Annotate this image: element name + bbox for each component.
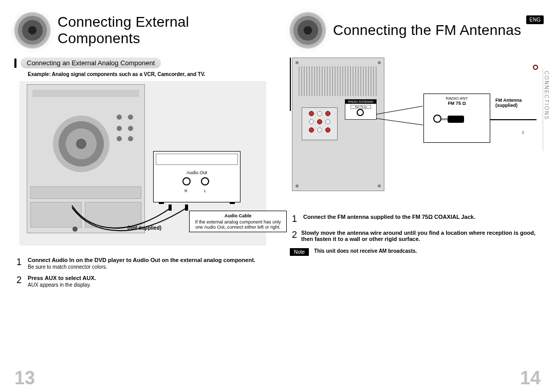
- step-1: 1 Connect Audio In on the DVD player to …: [16, 257, 263, 270]
- audio-cable-drawing: [71, 204, 205, 240]
- back-panel-drawing: RADIO ANTENNA FM (75 Ω): [292, 58, 384, 191]
- left-steps: 1 Connect Audio In on the DVD player to …: [16, 257, 263, 288]
- radio-antenna-header: RADIO ANTENNA: [345, 100, 376, 104]
- section-tab: CONNECTIONS: [543, 69, 550, 151]
- radio-antenna-sub: FM (75 Ω): [350, 105, 371, 109]
- step-number: 1: [16, 257, 24, 270]
- page-number-left: 13: [14, 367, 35, 389]
- callout-header: RADIO ANT: [424, 96, 490, 101]
- section-header: Connecting an External Analog Component: [21, 58, 161, 68]
- speaker-icon: [14, 12, 50, 48]
- right-steps: 1 Connect the FM antenna supplied to the…: [292, 214, 543, 242]
- step-text: Connect Audio In on the DVD player to Au…: [28, 257, 255, 263]
- page-title-left: Connecting External Components: [58, 14, 263, 47]
- external-device-drawing: Audio Out R L: [153, 151, 240, 202]
- step-text: Press AUX to select AUX.: [28, 275, 96, 281]
- audio-cable-note-header: Audio Cable: [193, 213, 283, 218]
- illustration-external-component: Audio Out R L (not supplied) Audio Cable…: [20, 81, 266, 246]
- step-number: 1: [292, 214, 299, 225]
- section-marker: [14, 59, 16, 68]
- illustration-fm-antenna: RADIO ANTENNA FM (75 Ω) RADIO ANT FM 75 …: [290, 58, 536, 212]
- fm-jack-panel: RADIO ANTENNA FM (75 Ω): [345, 99, 377, 120]
- note-text: This unit does not receive AM broadcasts…: [314, 248, 417, 254]
- fm-jack-callout: RADIO ANT FM 75 Ω: [423, 94, 490, 143]
- svg-rect-0: [169, 204, 172, 211]
- step-number: 2: [292, 230, 297, 242]
- step-1: 1 Connect the FM antenna supplied to the…: [292, 214, 543, 225]
- audio-cable-note-body: If the external analog component has onl…: [195, 219, 281, 230]
- audio-out-label: Audio Out: [154, 170, 240, 175]
- step-subtext: AUX appears in the display.: [28, 282, 96, 288]
- jack-l-label: L: [204, 189, 206, 193]
- callout-label: FM 75 Ω: [424, 101, 490, 106]
- svg-rect-1: [185, 204, 188, 211]
- step-2: 2 Slowly move the antenna wire around un…: [292, 230, 543, 242]
- audio-cable-note: Audio Cable If the external analog compo…: [189, 211, 287, 232]
- page-number-right: 14: [520, 367, 541, 389]
- note-row: Note This unit does not receive AM broad…: [290, 248, 543, 256]
- step-subtext: Be sure to match connector colors.: [28, 264, 255, 270]
- jack-r-label: R: [184, 189, 188, 193]
- step-2: 2 Press AUX to select AUX. AUX appears i…: [16, 275, 263, 288]
- language-badge: ENG: [526, 15, 544, 24]
- example-text: Example: Analog signal components such a…: [28, 71, 263, 77]
- antenna-tip-icon: [533, 65, 538, 70]
- step-text: Connect the FM antenna supplied to the F…: [303, 214, 475, 220]
- page-title-right: Connecting the FM Antennas: [333, 22, 521, 39]
- step-text: Slowly move the antenna wire around unti…: [301, 230, 535, 242]
- step-number: 2: [16, 275, 24, 288]
- not-supplied-label: (not supplied): [127, 225, 161, 231]
- fm-antenna-supplied-label: FM Antenna (supplied): [495, 98, 536, 108]
- note-badge: Note: [290, 248, 309, 256]
- speaker-icon: [290, 12, 326, 48]
